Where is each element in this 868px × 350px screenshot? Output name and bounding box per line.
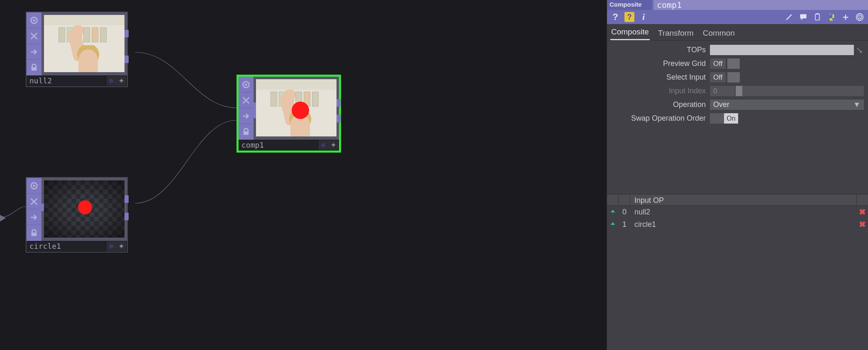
node-name[interactable]: comp1: [239, 140, 318, 151]
bypass-flag[interactable]: [27, 209, 41, 225]
video-preview: [44, 15, 124, 72]
node-flags: [239, 77, 254, 140]
reorder-up-icon[interactable]: [607, 209, 619, 215]
reorder-up-icon[interactable]: [607, 221, 619, 228]
svg-rect-5: [32, 233, 37, 236]
input-op-row[interactable]: 0 null2 ✖: [607, 206, 868, 218]
node-name[interactable]: circle1: [27, 241, 106, 252]
tab-composite[interactable]: Composite: [610, 25, 650, 40]
input-op-header: Input OP: [607, 194, 868, 206]
lock-flag[interactable]: [239, 124, 254, 140]
edit-icon[interactable]: [784, 12, 794, 22]
help-icon[interactable]: ?: [610, 12, 620, 22]
input-connector[interactable]: [40, 204, 44, 211]
param-label: Preview Grid: [607, 59, 710, 68]
viewer-flag[interactable]: [27, 12, 41, 28]
input-op-header-label: Input OP: [630, 194, 856, 205]
lock-flag[interactable]: [27, 60, 41, 75]
preview-grid-value[interactable]: Off: [710, 58, 726, 69]
param-list: TOPs Preview Grid Off Select Input Off I…: [607, 41, 868, 125]
preview-grid-toggle[interactable]: [727, 58, 740, 69]
add-icon[interactable]: ✦: [117, 241, 127, 251]
python-icon[interactable]: [827, 12, 836, 22]
circle-preview: [44, 180, 124, 238]
param-tops: TOPs: [607, 43, 868, 57]
param-swap-order: Swap Operation Order On: [607, 112, 868, 125]
svg-rect-8: [244, 131, 249, 135]
input-op-index: 0: [619, 208, 630, 216]
param-label: Swap Operation Order: [607, 114, 710, 123]
select-input-value[interactable]: Off: [710, 72, 726, 83]
viewer-flag[interactable]: [27, 178, 41, 194]
svg-point-7: [245, 83, 247, 86]
help-badge-icon[interactable]: ?: [624, 12, 634, 22]
op-type-label: Composite: [607, 0, 652, 10]
lock-flag[interactable]: [27, 225, 41, 241]
svg-rect-2: [32, 67, 37, 70]
input-connector[interactable]: [252, 102, 256, 118]
node-viewer[interactable]: [254, 77, 339, 139]
svg-rect-10: [817, 13, 819, 15]
svg-point-15: [859, 17, 861, 18]
comment-icon[interactable]: [798, 12, 808, 22]
incoming-wire-arrow: [0, 215, 6, 221]
delete-row-icon[interactable]: ✖: [856, 207, 868, 217]
operation-select[interactable]: Over ▼: [710, 100, 864, 110]
clone-flag[interactable]: [239, 92, 254, 108]
param-select-input: Select Input Off: [607, 70, 868, 84]
node-viewer[interactable]: [41, 12, 127, 75]
tab-common[interactable]: Common: [702, 26, 736, 40]
target-icon[interactable]: [855, 12, 865, 22]
swap-order-value: On: [724, 113, 738, 124]
swap-order-toggle[interactable]: On: [710, 113, 738, 124]
param-tabs: Composite Transform Common: [607, 24, 868, 41]
param-label: Select Input: [607, 73, 710, 82]
param-preview-grid: Preview Grid Off: [607, 57, 868, 70]
svg-point-4: [33, 185, 35, 187]
bypass-flag[interactable]: [27, 44, 41, 60]
input-index-value: 0: [710, 86, 735, 96]
info-dot-icon[interactable]: [106, 241, 117, 251]
delete-row-icon[interactable]: ✖: [856, 219, 868, 229]
clipboard-icon[interactable]: [812, 12, 822, 22]
info-dot-icon[interactable]: [318, 140, 329, 150]
output-connector[interactable]: [124, 195, 129, 203]
output-connector[interactable]: [336, 115, 341, 122]
node-circle1[interactable]: circle1 ✦: [26, 177, 128, 253]
node-comp1[interactable]: comp1 ✦: [237, 75, 341, 153]
select-input-toggle[interactable]: [727, 72, 740, 83]
node-name[interactable]: null2: [27, 75, 106, 86]
panel-toolbar: ? ? i ＋: [607, 10, 868, 24]
param-label: Operation: [607, 100, 710, 109]
info-dot-icon[interactable]: [106, 76, 117, 86]
add-icon[interactable]: ✦: [117, 76, 127, 86]
tops-input[interactable]: [710, 45, 854, 55]
viewer-flag[interactable]: [239, 77, 254, 92]
info-icon[interactable]: i: [639, 12, 649, 22]
output-connector[interactable]: [336, 99, 341, 107]
output-connector[interactable]: [124, 213, 129, 220]
network-editor[interactable]: null2 ✦: [0, 0, 385, 350]
clone-flag[interactable]: [27, 28, 41, 44]
add-icon[interactable]: ＋: [841, 12, 851, 22]
node-viewer[interactable]: [41, 178, 127, 240]
input-op-row[interactable]: 1 circle1 ✖: [607, 218, 868, 231]
input-op-name: circle1: [630, 220, 856, 229]
bypass-flag[interactable]: [239, 108, 254, 124]
add-icon[interactable]: ✦: [329, 140, 339, 150]
output-connector[interactable]: [124, 56, 129, 63]
panel-header: Composite comp1: [607, 0, 868, 10]
clone-flag[interactable]: [27, 194, 41, 209]
node-null2[interactable]: null2 ✦: [26, 12, 128, 87]
input-op-name: null2: [630, 208, 856, 216]
param-input-index: Input Index 0: [607, 84, 868, 98]
param-label: TOPs: [607, 46, 710, 54]
node-flags: [27, 178, 41, 241]
tops-picker-icon[interactable]: [855, 45, 864, 55]
operation-value: Over: [713, 100, 729, 109]
composite-preview: [256, 79, 336, 136]
op-name-field[interactable]: comp1: [653, 0, 868, 10]
output-connector[interactable]: [124, 30, 129, 37]
tab-transform[interactable]: Transform: [657, 26, 695, 40]
input-op-index: 1: [619, 220, 630, 229]
